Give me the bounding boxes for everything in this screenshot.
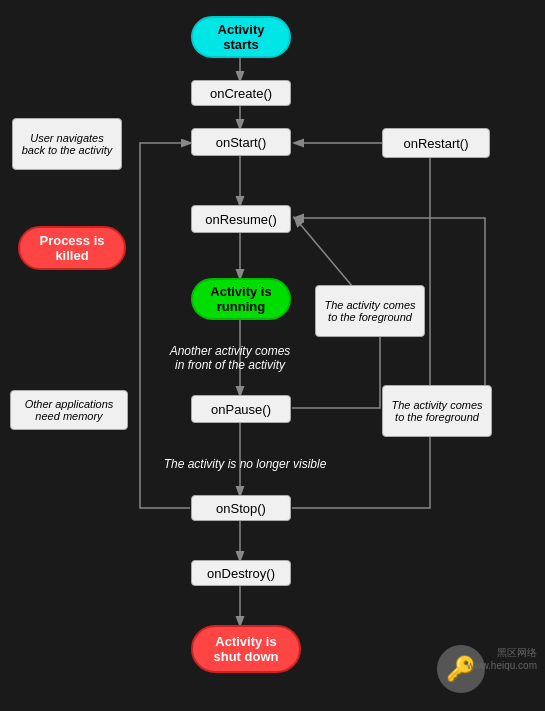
lifecycle-diagram: Activity starts onCreate() User navigate… bbox=[0, 0, 545, 711]
onrestart-node: onRestart() bbox=[382, 128, 490, 158]
ondestroy-node: onDestroy() bbox=[191, 560, 291, 586]
onpause-label: onPause() bbox=[211, 402, 271, 417]
activity-running-label: Activity is running bbox=[210, 284, 271, 314]
no-longer-visible-text: The activity is no longer visible bbox=[164, 457, 327, 471]
other-apps-text: Other applications need memory bbox=[19, 398, 119, 422]
onstart-label: onStart() bbox=[216, 135, 267, 150]
process-killed-text: Process is killed bbox=[30, 233, 114, 263]
comes-foreground-1-text: The activity comes to the foreground bbox=[324, 299, 416, 323]
onresume-label: onResume() bbox=[205, 212, 277, 227]
comes-foreground-1-label: The activity comes to the foreground bbox=[315, 285, 425, 337]
activity-shutdown-node: Activity is shut down bbox=[191, 625, 301, 673]
activity-running-node: Activity is running bbox=[191, 278, 291, 320]
watermark-text: 黑区网络www.heiqu.com bbox=[467, 646, 537, 671]
comes-foreground-2-label: The activity comes to the foreground bbox=[382, 385, 492, 437]
another-activity-label: Another activity comes in front of the a… bbox=[150, 338, 310, 378]
oncreate-label: onCreate() bbox=[210, 86, 272, 101]
oncreate-node: onCreate() bbox=[191, 80, 291, 106]
user-navigates-label: User navigates back to the activity bbox=[12, 118, 122, 170]
other-apps-label: Other applications need memory bbox=[10, 390, 128, 430]
onrestart-label: onRestart() bbox=[403, 136, 468, 151]
onpause-node: onPause() bbox=[191, 395, 291, 423]
activity-starts-node: Activity starts bbox=[191, 16, 291, 58]
onresume-node: onResume() bbox=[191, 205, 291, 233]
onstop-label: onStop() bbox=[216, 501, 266, 516]
activity-starts-label: Activity starts bbox=[218, 22, 265, 52]
onstart-node: onStart() bbox=[191, 128, 291, 156]
process-killed-label: Process is killed bbox=[18, 226, 126, 270]
onstop-node: onStop() bbox=[191, 495, 291, 521]
comes-foreground-2-text: The activity comes to the foreground bbox=[391, 399, 483, 423]
another-activity-text: Another activity comes in front of the a… bbox=[170, 344, 291, 372]
ondestroy-label: onDestroy() bbox=[207, 566, 275, 581]
no-longer-visible-label: The activity is no longer visible bbox=[145, 453, 345, 475]
user-navigates-text: User navigates back to the activity bbox=[21, 132, 113, 156]
activity-shutdown-label: Activity is shut down bbox=[214, 634, 279, 664]
